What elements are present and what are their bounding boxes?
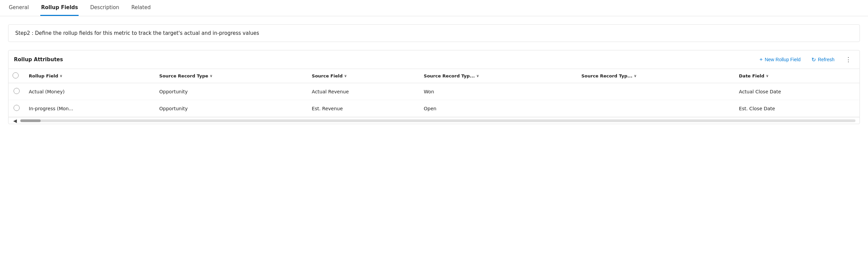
rollup-attributes-section: Rollup Attributes + New Rollup Field ↻ R…: [8, 50, 860, 124]
tab-rollup-fields[interactable]: Rollup Fields: [40, 0, 79, 16]
rollup-table: Rollup Field ∨ Source Record Type ∨ Sour…: [8, 69, 860, 117]
row1-source-field: Actual Revenue: [308, 83, 420, 100]
header-checkbox[interactable]: [13, 72, 19, 78]
new-rollup-field-button[interactable]: + New Rollup Field: [757, 55, 803, 64]
row2-rollup-field: In-progress (Mon...: [25, 100, 155, 117]
tab-description[interactable]: Description: [89, 0, 120, 16]
th-rollup-field: Rollup Field ∨: [25, 69, 155, 83]
sort-icon-source-record-type: ∨: [210, 74, 213, 78]
row2-source-record-type: Opportunity: [155, 100, 308, 117]
more-options-button[interactable]: ⋮: [843, 54, 854, 65]
th-source-record-type-label: Source Record Type: [159, 73, 208, 78]
sort-icon-rollup-field: ∨: [60, 74, 63, 78]
step-description: Step2 : Define the rollup fields for thi…: [8, 24, 860, 42]
row1-date-field: Actual Close Date: [735, 83, 860, 100]
table-row: In-progress (Mon... Opportunity Est. Rev…: [8, 100, 860, 117]
scroll-left-button[interactable]: ◀: [11, 117, 19, 124]
table-header-row: Rollup Field ∨ Source Record Type ∨ Sour…: [8, 69, 860, 83]
row2-checkbox-cell: [8, 100, 25, 117]
refresh-label: Refresh: [818, 57, 834, 62]
rollup-attributes-header: Rollup Attributes + New Rollup Field ↻ R…: [8, 50, 860, 69]
refresh-icon: ↻: [811, 56, 816, 63]
row2-date-field: Est. Close Date: [735, 100, 860, 117]
th-source-record-type: Source Record Type ∨: [155, 69, 308, 83]
th-source-record-type-filter1: Source Record Typ... ∨: [420, 69, 577, 83]
row2-filter2: [577, 100, 735, 117]
th-source-field-label: Source Field: [312, 73, 343, 78]
tab-related[interactable]: Related: [131, 0, 151, 16]
row1-checkbox-cell: [8, 83, 25, 100]
th-source-record-type-filter2: Source Record Typ... ∨: [577, 69, 735, 83]
refresh-button[interactable]: ↻ Refresh: [809, 55, 837, 64]
th-checkbox: [8, 69, 25, 83]
sort-icon-date-field: ∨: [766, 74, 769, 78]
tab-general[interactable]: General: [8, 0, 29, 16]
new-rollup-field-label: New Rollup Field: [765, 57, 801, 62]
row1-rollup-field: Actual (Money): [25, 83, 155, 100]
sort-icon-filter1: ∨: [476, 74, 479, 78]
th-source-record-type-filter1-label: Source Record Typ...: [424, 73, 475, 78]
main-content: Step2 : Define the rollup fields for thi…: [0, 16, 868, 124]
plus-icon: +: [760, 56, 763, 63]
row2-checkbox[interactable]: [14, 105, 20, 111]
rollup-attributes-title: Rollup Attributes: [14, 56, 63, 63]
scroll-area: ◀: [8, 117, 860, 124]
th-source-field: Source Field ∨: [308, 69, 420, 83]
row2-filter1: Open: [420, 100, 577, 117]
rollup-actions: + New Rollup Field ↻ Refresh ⋮: [757, 54, 854, 65]
th-rollup-field-label: Rollup Field: [29, 73, 58, 78]
sort-icon-filter2: ∨: [634, 74, 637, 78]
tab-bar: General Rollup Fields Description Relate…: [0, 0, 868, 16]
scrollbar-thumb[interactable]: [20, 119, 41, 122]
row2-source-field: Est. Revenue: [308, 100, 420, 117]
scrollbar-track[interactable]: [20, 119, 855, 122]
table-row: Actual (Money) Opportunity Actual Revenu…: [8, 83, 860, 100]
row1-checkbox[interactable]: [14, 88, 20, 94]
th-source-record-type-filter2-label: Source Record Typ...: [581, 73, 633, 78]
row1-source-record-type: Opportunity: [155, 83, 308, 100]
row1-filter1: Won: [420, 83, 577, 100]
th-date-field-label: Date Field: [739, 73, 764, 78]
row1-filter2: [577, 83, 735, 100]
table-body: Actual (Money) Opportunity Actual Revenu…: [8, 83, 860, 117]
th-date-field: Date Field ∨: [735, 69, 860, 83]
sort-icon-source-field: ∨: [344, 74, 347, 78]
